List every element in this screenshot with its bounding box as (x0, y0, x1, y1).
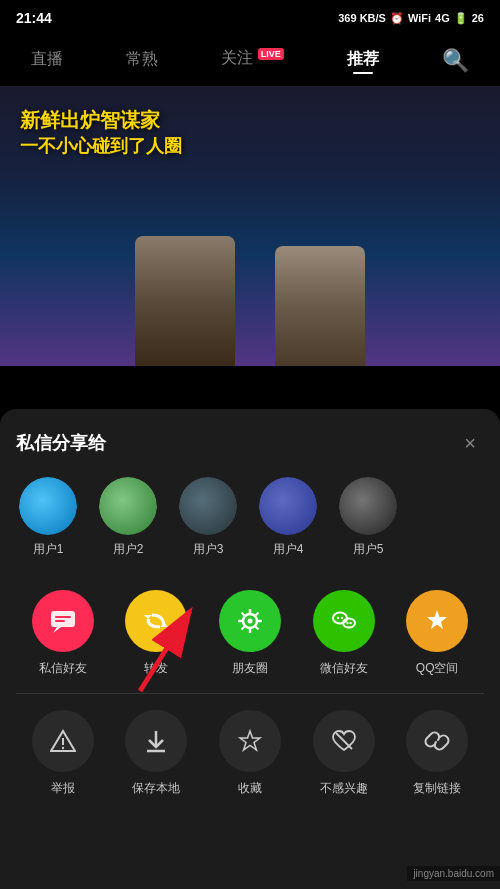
svg-point-14 (333, 613, 347, 624)
save-icon (125, 710, 187, 772)
nav-bar: 直播 常熟 关注 LIVE 推荐 🔍 (0, 36, 500, 86)
friend-name-4: 用户4 (273, 541, 304, 558)
friend-avatar-5 (339, 477, 397, 535)
svg-marker-26 (240, 731, 260, 750)
qq-space-label: QQ空间 (416, 660, 459, 677)
friend-name-1: 用户1 (33, 541, 64, 558)
svg-marker-1 (53, 627, 61, 633)
video-persons (0, 236, 500, 366)
friends-row: 用户1 用户2 用户3 用户4 用户5 (16, 477, 484, 566)
share-options-row: 私信好友 转发 (16, 590, 484, 677)
network-speed: 369 KB/S (338, 12, 386, 24)
share-qq-space[interactable]: QQ空间 (406, 590, 468, 677)
svg-line-13 (241, 626, 245, 630)
person-left (135, 236, 235, 366)
sheet-header: 私信分享给 × (16, 429, 484, 457)
wechat-label: 微信好友 (320, 660, 368, 677)
action-copy-link[interactable]: 复制链接 (406, 710, 468, 797)
friend-item[interactable]: 用户2 (96, 477, 160, 558)
status-right: 369 KB/S ⏰ WiFi 4G 🔋 26 (338, 12, 484, 25)
nav-item-recommend[interactable]: 推荐 (347, 49, 379, 74)
action-options-row: 举报 保存本地 收藏 (16, 710, 484, 797)
action-save[interactable]: 保存本地 (125, 710, 187, 797)
friend-item[interactable]: 用户5 (336, 477, 400, 558)
svg-marker-20 (427, 610, 447, 629)
share-repost[interactable]: 转发 (125, 590, 187, 677)
repost-label: 转发 (144, 660, 168, 677)
not-interested-icon (313, 710, 375, 772)
watermark: jingyan.baidu.com (407, 866, 500, 881)
clock-icon: ⏰ (390, 12, 404, 25)
moments-icon (219, 590, 281, 652)
collect-label: 收藏 (238, 780, 262, 797)
svg-point-23 (62, 747, 64, 749)
wifi-icon: WiFi (408, 12, 431, 24)
private-msg-label: 私信好友 (39, 660, 87, 677)
svg-rect-0 (51, 611, 75, 627)
report-icon (32, 710, 94, 772)
signal-icon: 4G (435, 12, 450, 24)
close-button[interactable]: × (456, 429, 484, 457)
svg-point-5 (247, 619, 252, 624)
friend-name-5: 用户5 (353, 541, 384, 558)
video-background: 新鲜出炉智谋家 一不小心碰到了人圈 (0, 86, 500, 366)
share-moments[interactable]: 朋友圈 (219, 590, 281, 677)
not-interested-label: 不感兴趣 (320, 780, 368, 797)
friend-avatar-4 (259, 477, 317, 535)
share-wechat[interactable]: 微信好友 (313, 590, 375, 677)
svg-line-11 (255, 626, 259, 630)
qq-space-icon (406, 590, 468, 652)
nav-item-follow[interactable]: 关注 LIVE (221, 48, 283, 73)
svg-point-17 (340, 617, 342, 619)
friend-name-3: 用户3 (193, 541, 224, 558)
status-bar: 21:44 369 KB/S ⏰ WiFi 4G 🔋 26 (0, 0, 500, 36)
battery-level: 26 (472, 12, 484, 24)
private-msg-icon (32, 590, 94, 652)
collect-icon (219, 710, 281, 772)
action-report[interactable]: 举报 (32, 710, 94, 797)
friend-avatar-1 (19, 477, 77, 535)
video-area: 新鲜出炉智谋家 一不小心碰到了人圈 (0, 86, 500, 366)
friend-avatar-2 (99, 477, 157, 535)
friend-item[interactable]: 用户4 (256, 477, 320, 558)
save-label: 保存本地 (132, 780, 180, 797)
svg-line-10 (241, 613, 245, 617)
report-label: 举报 (51, 780, 75, 797)
battery-icon: 🔋 (454, 12, 468, 25)
status-time: 21:44 (16, 10, 52, 26)
copy-link-label: 复制链接 (413, 780, 461, 797)
svg-point-18 (346, 622, 348, 624)
repost-icon (125, 590, 187, 652)
sheet-title: 私信分享给 (16, 431, 106, 455)
svg-point-16 (336, 617, 338, 619)
wechat-icon (313, 590, 375, 652)
bottom-sheet: 私信分享给 × 用户1 用户2 用户3 用户4 (0, 409, 500, 889)
svg-rect-2 (55, 616, 71, 618)
friend-item[interactable]: 用户1 (16, 477, 80, 558)
friend-name-2: 用户2 (113, 541, 144, 558)
share-private-msg[interactable]: 私信好友 (32, 590, 94, 677)
friend-avatar-3 (179, 477, 237, 535)
search-button[interactable]: 🔍 (442, 48, 469, 74)
person-right (275, 246, 365, 366)
svg-point-19 (349, 622, 351, 624)
nav-item-live[interactable]: 直播 (31, 49, 63, 74)
video-title: 新鲜出炉智谋家 一不小心碰到了人圈 (20, 106, 182, 159)
moments-label: 朋友圈 (232, 660, 268, 677)
action-not-interested[interactable]: 不感兴趣 (313, 710, 375, 797)
divider (16, 693, 484, 694)
action-collect[interactable]: 收藏 (219, 710, 281, 797)
copy-link-icon (406, 710, 468, 772)
live-badge: LIVE (258, 48, 284, 60)
svg-line-12 (255, 613, 259, 617)
svg-rect-3 (55, 620, 65, 622)
nav-item-local[interactable]: 常熟 (126, 49, 158, 74)
friend-item[interactable]: 用户3 (176, 477, 240, 558)
